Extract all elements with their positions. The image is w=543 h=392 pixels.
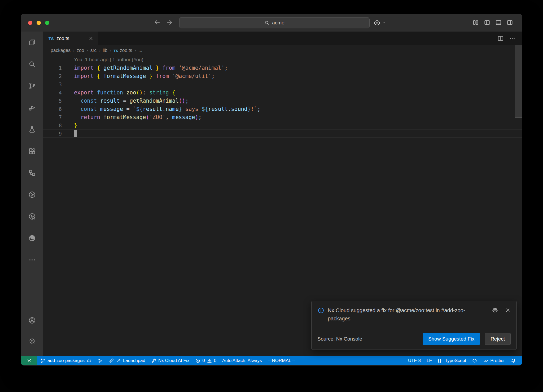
ellipsis-button[interactable] xyxy=(509,35,516,42)
status-bar-left: add-zoo-packagesLaunchpadNx Cloud AI Fix… xyxy=(37,356,298,365)
code-line-9[interactable]: 9 xyxy=(43,129,522,138)
copilot-menu-button[interactable] xyxy=(373,19,386,27)
status-nx-cloud-ai-fix[interactable]: Nx Cloud AI Fix xyxy=(148,356,192,365)
sidebar-item-edge-tools[interactable] xyxy=(21,227,43,249)
wrench-icon xyxy=(151,358,156,363)
line-number: 2 xyxy=(43,73,62,79)
code-lines: 1import { getRandomAnimal } from '@acme/… xyxy=(43,64,522,138)
warning-icon xyxy=(207,358,212,363)
sidebar-item-nx-console[interactable] xyxy=(21,184,43,206)
code-line-4[interactable]: 4export function zoo(): string { xyxy=(43,88,522,97)
reject-button[interactable]: Reject xyxy=(485,333,511,345)
status-bar: add-zoo-packagesLaunchpadNx Cloud AI Fix… xyxy=(21,356,522,365)
breadcrumb-item--[interactable]: ... xyxy=(138,48,142,53)
status-notifications[interactable] xyxy=(508,356,519,365)
code-line-5[interactable]: 5 const result = getRandomAnimal(); xyxy=(43,97,522,105)
copilot-icon xyxy=(373,19,381,27)
sidebar-item-source-control[interactable] xyxy=(21,75,43,97)
split-editor-button[interactable] xyxy=(497,35,504,42)
customize-layout-button[interactable] xyxy=(472,19,479,26)
git-blame-annotation: You, 1 hour ago | 1 author (You) xyxy=(43,55,522,64)
notification-settings-icon[interactable] xyxy=(492,307,498,313)
status-vim-mode[interactable]: -- NORMAL -- xyxy=(265,356,298,365)
status-copilot[interactable] xyxy=(469,356,480,365)
command-center[interactable]: acme xyxy=(179,17,370,28)
code-line-7[interactable]: 7 return formatMessage('ZOO', message); xyxy=(43,113,522,121)
command-center-label: acme xyxy=(272,20,284,26)
status-problems[interactable]: 00 xyxy=(192,356,219,365)
rocket-icon xyxy=(109,358,114,363)
line-number: 7 xyxy=(43,114,62,120)
line-number: 6 xyxy=(43,106,62,112)
status-language[interactable]: {}TypeScript xyxy=(435,356,469,365)
sidebar-item-hierarchy[interactable] xyxy=(21,162,43,184)
line-number: 9 xyxy=(43,131,62,137)
code-line-1[interactable]: 1import { getRandomAnimal } from '@acme/… xyxy=(43,64,522,72)
layout-panel-button[interactable] xyxy=(495,19,502,26)
source-control-icon xyxy=(28,82,36,90)
nx-console-icon xyxy=(28,191,36,199)
sidebar-item-settings[interactable] xyxy=(21,331,43,351)
code-line-3[interactable]: 3 xyxy=(43,80,522,88)
sidebar-item-run-debug[interactable] xyxy=(21,97,43,119)
line-number: 3 xyxy=(43,81,62,87)
line-number: 4 xyxy=(43,90,62,95)
editor-cursor xyxy=(74,130,77,137)
activity-bar-top xyxy=(21,32,43,271)
status-encoding[interactable]: UTF-8 xyxy=(405,356,424,365)
show-suggested-fix-button[interactable]: Show Suggested Fix xyxy=(423,333,480,345)
info-icon xyxy=(317,307,325,314)
cloud-upload-icon xyxy=(86,358,92,363)
close-tab-icon[interactable] xyxy=(88,36,94,41)
gear-icon xyxy=(28,337,36,345)
search-icon xyxy=(264,20,270,25)
zoom-window-button[interactable] xyxy=(45,21,49,25)
code-line-2[interactable]: 2import { formatMessage } from '@acme/ut… xyxy=(43,72,522,80)
status-bar-right: UTF-8LF{}TypeScriptPrettier xyxy=(405,356,522,365)
status-branch[interactable]: add-zoo-packages xyxy=(37,356,95,365)
status-auto-attach[interactable]: Auto Attach: Always xyxy=(219,356,265,365)
sidebar-item-nx-cloud[interactable] xyxy=(21,206,43,227)
breadcrumb-item-lib[interactable]: lib xyxy=(103,48,107,53)
breadcrumb-separator: › xyxy=(86,48,88,53)
code-line-6[interactable]: 6 const message = `${result.name} says $… xyxy=(43,105,522,113)
sidebar-item-more-views[interactable] xyxy=(21,249,43,271)
sidebar-item-accounts[interactable] xyxy=(21,310,43,331)
layout-sidebar-left-button[interactable] xyxy=(484,19,491,26)
error-icon xyxy=(195,358,200,363)
typescript-file-icon: TS xyxy=(49,36,54,41)
forward-button[interactable] xyxy=(166,19,173,26)
breadcrumb-item-zoo-ts[interactable]: TSzoo.ts xyxy=(113,48,132,53)
layout-sidebar-right-button[interactable] xyxy=(506,19,513,26)
breadcrumb-item-zoo[interactable]: zoo xyxy=(77,48,84,53)
tab-zoo-ts[interactable]: TS zoo.ts xyxy=(43,32,98,45)
extensions-icon xyxy=(28,147,36,155)
wand-icon xyxy=(116,358,121,363)
status-eol[interactable]: LF xyxy=(424,356,435,365)
edge-icon xyxy=(28,234,36,242)
editor-scrollbar[interactable] xyxy=(515,45,522,117)
beaker-icon xyxy=(28,125,36,133)
breadcrumb-separator: › xyxy=(99,48,100,53)
sidebar-item-explorer[interactable] xyxy=(21,32,43,53)
back-button[interactable] xyxy=(154,19,161,26)
chevron-down-icon xyxy=(382,21,386,25)
code-line-8[interactable]: 8} xyxy=(43,121,522,129)
notification-close-icon[interactable] xyxy=(505,307,511,313)
breadcrumb-item-src[interactable]: src xyxy=(90,48,97,53)
files-icon xyxy=(28,38,36,46)
status-commit-graph[interactable] xyxy=(95,356,106,365)
sidebar-item-testing[interactable] xyxy=(21,119,43,140)
breadcrumb-item-packages[interactable]: packages xyxy=(51,48,71,53)
sidebar-item-extensions[interactable] xyxy=(21,140,43,162)
status-launchpad[interactable]: Launchpad xyxy=(106,356,148,365)
close-window-button[interactable] xyxy=(28,21,32,25)
sidebar-item-search[interactable] xyxy=(21,53,43,75)
account-icon xyxy=(28,316,36,324)
status-prettier[interactable]: Prettier xyxy=(480,356,508,365)
remote-indicator[interactable] xyxy=(21,356,37,365)
layout-controls xyxy=(472,19,513,26)
hierarchy-icon xyxy=(28,169,36,177)
minimize-window-button[interactable] xyxy=(37,21,41,25)
tab-bar: TS zoo.ts xyxy=(43,32,522,45)
